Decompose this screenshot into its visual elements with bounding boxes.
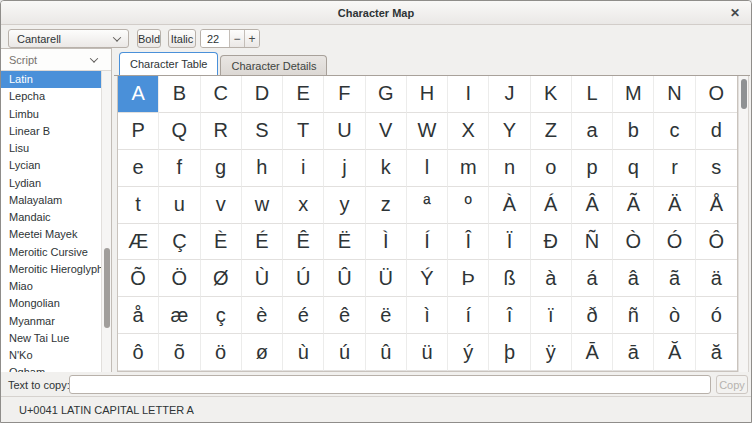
character-cell[interactable]: Ý: [407, 260, 448, 297]
character-cell[interactable]: Ù: [242, 260, 283, 297]
character-cell[interactable]: ù: [283, 334, 324, 371]
decrease-font-size-button[interactable]: −: [229, 30, 244, 47]
character-cell[interactable]: æ: [159, 297, 200, 334]
character-cell[interactable]: Ñ: [572, 224, 613, 261]
character-cell[interactable]: ë: [366, 297, 407, 334]
script-item[interactable]: Malayalam: [1, 192, 101, 209]
character-cell[interactable]: ô: [118, 334, 159, 371]
character-cell[interactable]: O: [696, 76, 737, 113]
script-item[interactable]: N'Ko: [1, 347, 101, 364]
character-cell[interactable]: S: [242, 113, 283, 150]
character-cell[interactable]: U: [324, 113, 365, 150]
character-cell[interactable]: Ā: [572, 334, 613, 371]
character-cell[interactable]: é: [283, 297, 324, 334]
tab[interactable]: Character Details: [220, 55, 327, 75]
character-cell[interactable]: ö: [201, 334, 242, 371]
character-cell[interactable]: H: [407, 76, 448, 113]
character-cell[interactable]: ă: [696, 334, 737, 371]
character-cell[interactable]: i: [283, 150, 324, 187]
character-cell[interactable]: n: [489, 150, 530, 187]
character-cell[interactable]: L: [572, 76, 613, 113]
character-cell[interactable]: Þ: [448, 260, 489, 297]
character-cell[interactable]: q: [613, 150, 654, 187]
character-cell[interactable]: s: [696, 150, 737, 187]
character-cell[interactable]: ß: [489, 260, 530, 297]
character-cell[interactable]: ý: [448, 334, 489, 371]
character-cell[interactable]: a: [572, 113, 613, 150]
character-cell[interactable]: e: [118, 150, 159, 187]
character-cell[interactable]: Æ: [118, 224, 159, 261]
bold-button[interactable]: Bold: [137, 29, 161, 48]
script-item[interactable]: Lepcha: [1, 88, 101, 105]
character-cell[interactable]: X: [448, 113, 489, 150]
character-cell[interactable]: J: [489, 76, 530, 113]
close-icon[interactable]: ✕: [727, 5, 743, 21]
character-cell[interactable]: Ð: [531, 224, 572, 261]
character-cell[interactable]: x: [283, 187, 324, 224]
character-cell[interactable]: Ì: [366, 224, 407, 261]
increase-font-size-button[interactable]: +: [244, 30, 259, 47]
character-cell[interactable]: Õ: [118, 260, 159, 297]
character-cell[interactable]: F: [324, 76, 365, 113]
character-cell[interactable]: m: [448, 150, 489, 187]
character-cell[interactable]: Q: [159, 113, 200, 150]
character-cell[interactable]: ā: [613, 334, 654, 371]
character-cell[interactable]: A: [118, 76, 159, 113]
script-item[interactable]: New Tai Lue: [1, 330, 101, 347]
character-cell[interactable]: Ø: [201, 260, 242, 297]
script-item[interactable]: Meroitic Hieroglyphs: [1, 261, 101, 278]
character-cell[interactable]: w: [242, 187, 283, 224]
character-cell[interactable]: Ä: [654, 187, 695, 224]
character-cell[interactable]: Ã: [613, 187, 654, 224]
script-item[interactable]: Miao: [1, 278, 101, 295]
character-cell[interactable]: ï: [531, 297, 572, 334]
character-cell[interactable]: b: [613, 113, 654, 150]
character-cell[interactable]: M: [613, 76, 654, 113]
character-cell[interactable]: f: [159, 150, 200, 187]
italic-button[interactable]: Italic: [168, 29, 196, 48]
character-cell[interactable]: Á: [531, 187, 572, 224]
character-cell[interactable]: É: [242, 224, 283, 261]
character-cell[interactable]: ó: [696, 297, 737, 334]
character-cell[interactable]: å: [118, 297, 159, 334]
character-table-scrollbar-thumb[interactable]: [741, 79, 747, 109]
character-cell[interactable]: Ò: [613, 224, 654, 261]
character-cell[interactable]: B: [159, 76, 200, 113]
character-cell[interactable]: Z: [531, 113, 572, 150]
character-cell[interactable]: Ă: [654, 334, 695, 371]
character-cell[interactable]: k: [366, 150, 407, 187]
character-cell[interactable]: Å: [696, 187, 737, 224]
character-cell[interactable]: p: [572, 150, 613, 187]
character-cell[interactable]: E: [283, 76, 324, 113]
script-item[interactable]: Meroitic Cursive: [1, 244, 101, 261]
character-cell[interactable]: D: [242, 76, 283, 113]
character-cell[interactable]: d: [696, 113, 737, 150]
character-cell[interactable]: N: [654, 76, 695, 113]
character-cell[interactable]: Í: [407, 224, 448, 261]
character-cell[interactable]: º: [448, 187, 489, 224]
character-cell[interactable]: ê: [324, 297, 365, 334]
character-cell[interactable]: ã: [654, 260, 695, 297]
character-cell[interactable]: G: [366, 76, 407, 113]
character-cell[interactable]: î: [489, 297, 530, 334]
character-cell[interactable]: õ: [159, 334, 200, 371]
script-item[interactable]: Lydian: [1, 175, 101, 192]
character-cell[interactable]: à: [531, 260, 572, 297]
character-cell[interactable]: Ó: [654, 224, 695, 261]
character-cell[interactable]: u: [159, 187, 200, 224]
script-item[interactable]: Latin: [1, 71, 101, 88]
character-cell[interactable]: Â: [572, 187, 613, 224]
character-cell[interactable]: T: [283, 113, 324, 150]
character-cell[interactable]: ç: [201, 297, 242, 334]
character-cell[interactable]: þ: [489, 334, 530, 371]
script-item[interactable]: Lycian: [1, 157, 101, 174]
script-item[interactable]: Mongolian: [1, 295, 101, 312]
character-cell[interactable]: t: [118, 187, 159, 224]
sidebar-scrollbar-thumb[interactable]: [104, 248, 110, 328]
character-cell[interactable]: ª: [407, 187, 448, 224]
character-cell[interactable]: í: [448, 297, 489, 334]
character-cell[interactable]: Ç: [159, 224, 200, 261]
script-item[interactable]: Myanmar: [1, 313, 101, 330]
character-cell[interactable]: ì: [407, 297, 448, 334]
character-cell[interactable]: h: [242, 150, 283, 187]
